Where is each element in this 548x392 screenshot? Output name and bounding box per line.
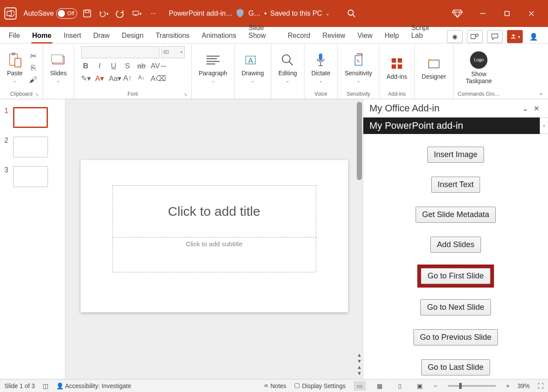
coauthor-icon[interactable]: 👤 (527, 33, 540, 41)
show-taskpane-button[interactable]: LogoShow Taskpane (461, 50, 497, 85)
shadow-button[interactable]: S (123, 62, 132, 70)
svg-rect-26 (319, 54, 322, 60)
tab-review[interactable]: Review (321, 29, 346, 43)
go-to-previous-slide-button[interactable]: Go to Previous Slide (413, 329, 498, 345)
strike-button[interactable]: ab (137, 62, 146, 70)
search-icon[interactable] (347, 9, 356, 18)
autosave-toggle[interactable]: AutoSave Off (24, 8, 77, 19)
tab-draw[interactable]: Draw (92, 29, 110, 43)
slide-counter[interactable]: Slide 1 of 3 (4, 382, 35, 389)
addins-button[interactable]: Add-ins (384, 55, 409, 81)
zoom-out-icon[interactable]: − (434, 382, 437, 389)
redo-icon[interactable] (115, 9, 125, 18)
document-title[interactable]: PowerPoint add-in… (169, 10, 233, 17)
svg-rect-4 (133, 11, 139, 15)
shrink-font-button[interactable]: A↓ (137, 74, 146, 83)
paragraph-button[interactable]: Paragraph⌄ (196, 51, 230, 84)
add-slides-button[interactable]: Add Slides (430, 237, 481, 253)
char-spacing-button[interactable]: AV↔ (151, 62, 160, 70)
tab-help[interactable]: Help (384, 29, 400, 43)
slide-thumbnail-1[interactable]: 1 (4, 107, 61, 128)
record-tool-button[interactable]: ◉ (447, 30, 463, 43)
teams-tool-button[interactable] (467, 30, 483, 43)
clear-formatting-button[interactable]: A⌫ (151, 74, 160, 83)
designer-button[interactable]: Designer (419, 55, 449, 81)
slide[interactable]: Click to add title Click to add subtitle (81, 160, 348, 312)
diamond-icon[interactable] (452, 9, 463, 18)
bold-button[interactable]: B (81, 62, 91, 70)
taskpane-menu-icon[interactable]: ⌄ (519, 104, 531, 113)
dictate-button[interactable]: Dictate⌄ (309, 51, 333, 84)
slide-thumbnail-2[interactable]: 2 (4, 137, 61, 157)
tab-transitions[interactable]: Transitions (155, 29, 190, 43)
comments-tool-button[interactable] (487, 30, 503, 43)
tab-script-lab[interactable]: Script Lab (410, 21, 436, 43)
font-color-button[interactable]: A▾ (95, 74, 105, 83)
drawing-button[interactable]: ADrawing⌄ (239, 51, 267, 84)
insert-text-button[interactable]: Insert Text (431, 177, 480, 193)
cut-icon[interactable]: ✂ (28, 51, 38, 61)
zoom-in-icon[interactable]: + (506, 382, 510, 389)
vertical-scrollbar[interactable] (357, 102, 362, 180)
font-family-select[interactable] (81, 46, 159, 58)
highlight-color-button[interactable]: ✎▾ (81, 74, 91, 83)
format-painter-icon[interactable]: 🖌 (28, 75, 38, 84)
notes-button[interactable]: ≐ Notes (264, 382, 286, 389)
accessibility-status[interactable]: 👤 Accessibility: Investigate (56, 382, 131, 389)
tab-home[interactable]: Home (31, 29, 52, 43)
minimize-button[interactable] (470, 5, 495, 22)
sorter-view-icon[interactable]: ▦ (374, 381, 386, 391)
launcher-icon[interactable]: ↘ (183, 92, 187, 97)
normal-view-icon[interactable]: ▭ (354, 381, 366, 391)
launcher-icon[interactable]: ↘ (35, 92, 38, 97)
insert-image-button[interactable]: Insert Image (427, 147, 484, 163)
language-icon[interactable]: ◫ (43, 382, 48, 389)
zoom-level[interactable]: 39% (518, 382, 530, 389)
sensitivity-button[interactable]: ✎Sensitivity⌄ (342, 51, 375, 84)
share-button[interactable]: ▾ (507, 30, 523, 43)
taskpane-close-icon[interactable]: ✕ (531, 104, 542, 113)
tab-slide-show[interactable]: Slide Show (247, 21, 276, 43)
chevron-down-icon: ⌄ (13, 78, 17, 83)
fit-to-window-icon[interactable]: ⛶ (538, 382, 544, 389)
slide-nav-arrows[interactable]: ▲▼▲▼ (357, 352, 362, 376)
group-designer: Designer (415, 44, 453, 99)
present-icon[interactable]: ▾ (132, 9, 142, 18)
grow-font-button[interactable]: A↑ (123, 74, 132, 83)
font-size-select[interactable]: 60▾ (161, 46, 185, 58)
qat-more-icon[interactable]: ⋯ (149, 9, 158, 18)
go-to-last-slide-button[interactable]: Go to Last Slide (421, 359, 490, 375)
maximize-button[interactable] (495, 5, 519, 22)
taskpane-flyin-icon[interactable]: ‹ (540, 117, 548, 134)
slides-button[interactable]: Slides ⌄ (47, 51, 69, 84)
slide-thumbnail-3[interactable]: 3 (4, 166, 61, 187)
subtitle-placeholder[interactable]: Click to add subtitle (112, 238, 316, 272)
tab-insert[interactable]: Insert (63, 29, 82, 43)
tab-file[interactable]: File (8, 29, 21, 43)
reading-view-icon[interactable]: ▯ (394, 381, 406, 391)
saved-status[interactable]: Saved to this PC (270, 10, 322, 17)
slideshow-view-icon[interactable]: ▣ (414, 381, 426, 391)
paste-button[interactable]: Paste ⌄ (4, 51, 25, 84)
go-to-next-slide-button[interactable]: Go to Next Slide (420, 299, 490, 315)
tab-animations[interactable]: Animations (201, 29, 237, 43)
underline-button[interactable]: U (109, 62, 118, 70)
chevron-down-icon[interactable]: ⌄ (325, 10, 330, 17)
autosave-switch[interactable]: Off (56, 8, 77, 19)
save-icon[interactable] (82, 9, 92, 18)
go-to-first-slide-button[interactable]: Go to First Slide (421, 268, 490, 284)
copy-icon[interactable]: ⎘ (28, 64, 38, 73)
tab-view[interactable]: View (357, 29, 373, 43)
close-button[interactable] (519, 5, 544, 22)
change-case-button[interactable]: Aa▾ (109, 74, 118, 83)
display-settings-button[interactable]: 🖵 Display Settings (294, 382, 345, 389)
collapse-ribbon-icon[interactable]: ⌄ (538, 89, 544, 96)
tab-record[interactable]: Record (287, 29, 311, 43)
undo-icon[interactable]: ▾ (99, 9, 108, 18)
get-slide-metadata-button[interactable]: Get Slide Metadata (416, 207, 496, 223)
italic-button[interactable]: I (95, 62, 105, 70)
title-placeholder[interactable]: Click to add title (112, 185, 316, 238)
editing-button[interactable]: Editing⌄ (276, 51, 300, 84)
tab-design[interactable]: Design (121, 29, 145, 43)
zoom-slider[interactable] (448, 385, 496, 387)
